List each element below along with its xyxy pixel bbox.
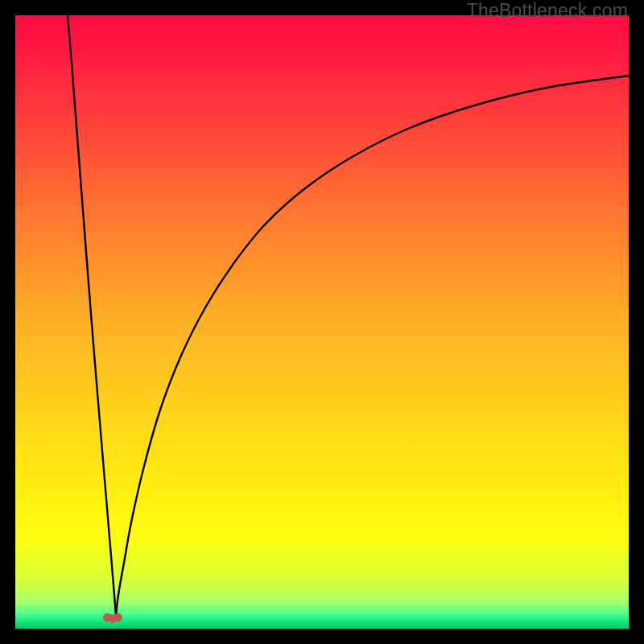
minimum-marker [103,613,122,622]
gradient-background [15,15,629,629]
gradient-chart [15,15,629,629]
watermark-text: TheBottleneck.com [467,0,628,22]
chart-frame: TheBottleneck.com [0,0,644,644]
plot-area [15,15,629,629]
